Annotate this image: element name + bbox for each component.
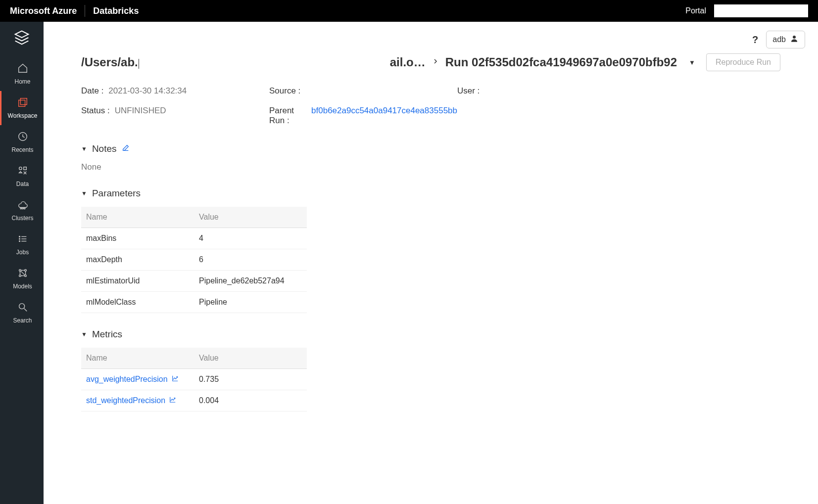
param-value: Pipeline_de62eb527a94 xyxy=(194,271,307,292)
svg-point-26 xyxy=(793,36,796,39)
param-name: maxDepth xyxy=(81,249,194,271)
sidebar-item-label: Workspace xyxy=(8,112,38,119)
svg-line-23 xyxy=(20,271,24,275)
breadcrumb-path[interactable]: /Users/ab. xyxy=(81,55,139,69)
metric-link[interactable]: avg_weightedPrecision xyxy=(86,375,189,384)
notes-value: None xyxy=(81,162,780,172)
chart-icon xyxy=(172,375,179,384)
table-row: mlEstimatorUidPipeline_de62eb527a94 xyxy=(81,271,307,292)
parameters-title: Parameters xyxy=(92,188,141,199)
table-row: avg_weightedPrecision0.735 xyxy=(81,369,307,390)
meta-source-label: Source : xyxy=(269,86,300,96)
table-row: std_weightedPrecision0.004 xyxy=(81,390,307,412)
user-icon xyxy=(790,34,799,45)
metrics-col-name: Name xyxy=(81,348,194,369)
table-row: maxDepth6 xyxy=(81,249,307,271)
sidebar-item-data[interactable]: Data xyxy=(0,159,44,193)
sidebar-item-jobs[interactable]: Jobs xyxy=(0,228,44,262)
chart-icon xyxy=(169,396,176,405)
reproduce-run-button[interactable]: Reproduce Run xyxy=(706,53,780,71)
metric-value: 0.004 xyxy=(194,390,307,412)
caret-down-icon: ▼ xyxy=(81,145,87,152)
param-name: mlModelClass xyxy=(81,292,194,313)
svg-point-7 xyxy=(22,208,23,209)
breadcrumb-path-text: /Users/ab. xyxy=(81,55,138,69)
parameters-col-name: Name xyxy=(81,207,194,228)
param-value: Pipeline xyxy=(194,292,307,313)
sidebar-item-label: Home xyxy=(14,78,30,85)
param-name: mlEstimatorUid xyxy=(81,271,194,292)
parameters-col-value: Value xyxy=(194,207,307,228)
top-bar-right: Portal xyxy=(685,4,808,17)
user-menu-button[interactable]: adb xyxy=(766,31,805,48)
home-icon xyxy=(17,63,28,75)
meta-date-value: 2021-03-30 14:32:34 xyxy=(108,86,187,96)
meta-date-label: Date : xyxy=(81,86,103,96)
top-search-input[interactable] xyxy=(714,4,808,17)
notes-header[interactable]: ▼ Notes xyxy=(81,143,780,154)
run-dropdown-icon[interactable]: ▼ xyxy=(689,59,695,66)
sidebar-item-recents[interactable]: Recents xyxy=(0,125,44,159)
main-content: ? adb /Users/ab. ail.o… Run 02f535d02fca… xyxy=(44,22,818,504)
sidebar-item-clusters[interactable]: Clusters xyxy=(0,193,44,228)
param-value: 4 xyxy=(194,228,307,249)
svg-line-25 xyxy=(24,309,27,312)
edit-icon[interactable] xyxy=(122,143,130,154)
sidebar-item-models[interactable]: Models xyxy=(0,262,44,296)
sidebar-item-workspace[interactable]: Workspace xyxy=(0,91,44,125)
portal-link[interactable]: Portal xyxy=(685,6,706,15)
sidebar-item-label: Data xyxy=(16,181,29,187)
metric-name: std_weightedPrecision xyxy=(86,396,165,405)
meta-user: User : xyxy=(457,86,645,96)
models-icon xyxy=(17,268,28,280)
svg-point-15 xyxy=(19,270,21,272)
breadcrumb-overflow[interactable]: ail.o… xyxy=(390,55,426,69)
chevron-right-icon xyxy=(433,57,438,68)
metrics-col-value: Value xyxy=(194,348,307,369)
svg-rect-5 xyxy=(23,167,26,170)
sidebar-item-label: Models xyxy=(13,283,32,290)
parameters-header[interactable]: ▼ Parameters xyxy=(81,188,780,199)
svg-point-6 xyxy=(20,208,21,209)
caret-down-icon: ▼ xyxy=(81,190,87,197)
svg-point-18 xyxy=(24,275,26,277)
svg-point-8 xyxy=(24,208,25,209)
metrics-header[interactable]: ▼ Metrics xyxy=(81,329,780,340)
metrics-section: ▼ Metrics Name Value avg_weightedPrecisi… xyxy=(81,329,780,412)
table-row: mlModelClassPipeline xyxy=(81,292,307,313)
sidebar-item-search[interactable]: Search xyxy=(0,296,44,330)
search-icon xyxy=(17,302,28,314)
param-value: 6 xyxy=(194,249,307,271)
clusters-icon xyxy=(17,199,28,212)
workspace-icon xyxy=(17,97,28,109)
meta-status: Status : UNFINISHED xyxy=(81,106,269,126)
meta-parent-label: Parent Run : xyxy=(269,106,306,126)
meta-status-label: Status : xyxy=(81,106,110,126)
caret-down-icon: ▼ xyxy=(81,331,87,338)
sidebar-item-label: Recents xyxy=(11,146,33,153)
svg-point-13 xyxy=(19,241,20,242)
meta-parent-run: Parent Run : bf0b6e2a9cc54a0a9417ce4ea83… xyxy=(269,106,457,126)
parent-run-link[interactable]: bf0b6e2a9cc54a0a9417ce4ea83555bb xyxy=(311,106,457,126)
sidebar-item-label: Clusters xyxy=(11,215,33,222)
meta-status-value: UNFINISHED xyxy=(115,106,166,126)
breadcrumb-row: /Users/ab. ail.o… Run 02f535d02fca419496… xyxy=(81,53,780,71)
brand-label: Microsoft Azure xyxy=(10,6,77,16)
svg-point-24 xyxy=(19,304,24,309)
data-icon xyxy=(17,165,28,178)
metrics-title: Metrics xyxy=(92,329,122,340)
notes-title: Notes xyxy=(92,143,117,154)
meta-user-label: User : xyxy=(457,86,480,96)
svg-point-16 xyxy=(24,270,26,272)
sidebar-item-home[interactable]: Home xyxy=(0,57,44,91)
run-meta-grid: Date : 2021-03-30 14:32:34 Source : User… xyxy=(81,86,780,126)
notes-section: ▼ Notes None xyxy=(81,143,780,172)
svg-point-4 xyxy=(19,167,22,170)
top-bar-left: Microsoft Azure Databricks xyxy=(10,5,139,17)
brand-divider xyxy=(85,5,85,17)
databricks-logo-icon[interactable] xyxy=(14,30,30,47)
top-bar: Microsoft Azure Databricks Portal xyxy=(0,0,818,22)
svg-rect-2 xyxy=(18,100,25,106)
help-icon[interactable]: ? xyxy=(752,34,758,46)
metric-link[interactable]: std_weightedPrecision xyxy=(86,396,189,405)
